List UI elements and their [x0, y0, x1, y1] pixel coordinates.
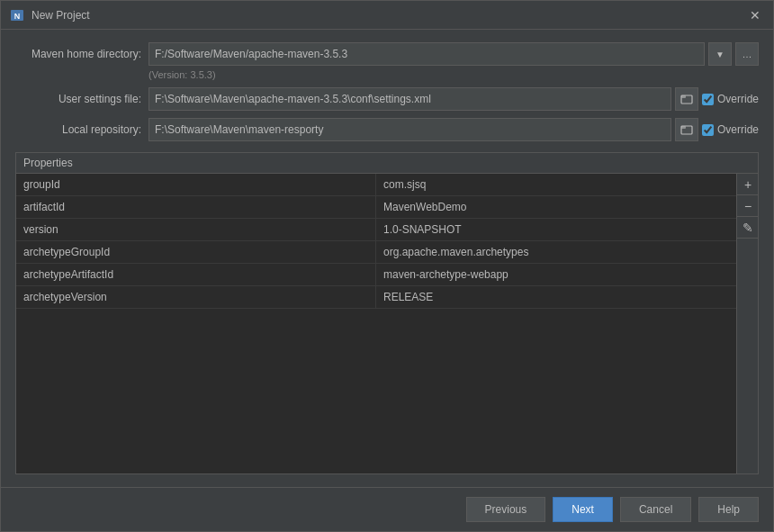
- prop-key: archetypeGroupId: [16, 241, 376, 263]
- dialog-content: Maven home directory: ▼ … (Version: 3.5.…: [1, 30, 773, 487]
- properties-section: Properties groupId com.sjsq artifactId M…: [15, 152, 759, 474]
- maven-version: (Version: 3.5.3): [15, 69, 759, 80]
- local-repo-override-label: Override: [702, 123, 759, 136]
- properties-header: Properties: [16, 153, 758, 174]
- table-row[interactable]: artifactId MavenWebDemo: [16, 196, 736, 219]
- user-settings-override-text: Override: [717, 93, 759, 105]
- project-icon: N: [10, 8, 24, 23]
- properties-table: groupId com.sjsq artifactId MavenWebDemo…: [16, 174, 758, 473]
- add-property-button[interactable]: +: [737, 174, 758, 195]
- edit-property-button[interactable]: ✎: [737, 217, 758, 239]
- maven-home-label: Maven home directory:: [15, 48, 141, 60]
- close-button[interactable]: ✕: [746, 6, 764, 24]
- maven-home-input-wrap: ▼ …: [148, 42, 759, 66]
- prop-key: archetypeArtifactId: [16, 264, 376, 285]
- local-repo-row: Local repository: Override: [15, 118, 759, 141]
- prop-key: artifactId: [16, 196, 376, 218]
- local-repo-override-text: Override: [717, 123, 759, 136]
- title-bar: N New Project ✕: [1, 1, 773, 30]
- dialog-footer: Previous Next Cancel Help: [1, 487, 773, 531]
- cancel-button[interactable]: Cancel: [620, 497, 691, 522]
- prop-value: com.sjsq: [376, 174, 736, 195]
- maven-home-dropdown[interactable]: ▼: [708, 42, 732, 66]
- prop-value: MavenWebDemo: [376, 196, 736, 218]
- user-settings-override-label: Override: [702, 93, 759, 105]
- user-settings-override-checkbox[interactable]: [702, 94, 714, 105]
- prop-value: RELEASE: [376, 286, 736, 308]
- local-repo-label: Local repository:: [15, 123, 141, 136]
- prop-actions-panel: + − ✎: [736, 174, 758, 473]
- previous-button[interactable]: Previous: [466, 497, 546, 522]
- properties-list: groupId com.sjsq artifactId MavenWebDemo…: [16, 174, 736, 473]
- local-repo-input[interactable]: [148, 118, 671, 141]
- table-row[interactable]: groupId com.sjsq: [16, 174, 736, 196]
- svg-text:N: N: [14, 12, 21, 21]
- maven-home-row: Maven home directory: ▼ …: [15, 42, 759, 66]
- svg-rect-5: [681, 126, 686, 129]
- remove-property-button[interactable]: −: [737, 195, 758, 217]
- table-row[interactable]: archetypeArtifactId maven-archetype-weba…: [16, 264, 736, 286]
- prop-key: archetypeVersion: [16, 286, 376, 308]
- user-settings-input-wrap: Override: [148, 87, 759, 111]
- maven-home-browse[interactable]: …: [735, 42, 759, 66]
- new-project-dialog: N New Project ✕ Maven home directory: ▼ …: [0, 0, 774, 532]
- help-button[interactable]: Help: [698, 497, 759, 522]
- maven-home-input[interactable]: [148, 42, 705, 66]
- user-settings-row: User settings file: Override: [15, 87, 759, 111]
- svg-rect-3: [681, 95, 686, 98]
- dialog-title: New Project: [32, 9, 90, 22]
- user-settings-browse[interactable]: [675, 87, 698, 111]
- prop-value: org.apache.maven.archetypes: [376, 241, 736, 263]
- user-settings-label: User settings file:: [15, 93, 141, 105]
- next-button[interactable]: Next: [553, 497, 613, 522]
- local-repo-override-checkbox[interactable]: [702, 124, 714, 136]
- local-repo-input-wrap: Override: [148, 118, 759, 141]
- title-bar-left: N New Project: [10, 8, 90, 23]
- prop-key: groupId: [16, 174, 376, 195]
- prop-key: version: [16, 219, 376, 240]
- prop-value: 1.0-SNAPSHOT: [376, 219, 736, 240]
- table-row[interactable]: archetypeGroupId org.apache.maven.archet…: [16, 241, 736, 264]
- table-row[interactable]: version 1.0-SNAPSHOT: [16, 219, 736, 241]
- local-repo-browse[interactable]: [675, 118, 698, 141]
- user-settings-input[interactable]: [148, 87, 671, 111]
- prop-value: maven-archetype-webapp: [376, 264, 736, 285]
- table-row[interactable]: archetypeVersion RELEASE: [16, 286, 736, 309]
